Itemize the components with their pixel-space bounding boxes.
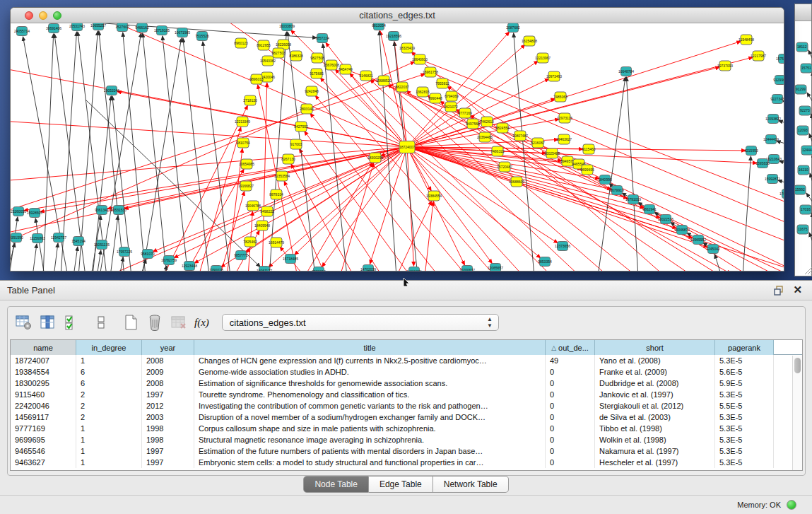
table-cell[interactable]: Nakamura et al. (1997) [595, 445, 715, 457]
table-cell[interactable]: 5.3E-5 [715, 457, 774, 468]
table-cell[interactable]: 1 [76, 445, 142, 457]
select-all-rows-button[interactable] [61, 313, 81, 332]
column-header-name[interactable]: name [11, 340, 76, 355]
citation-edge-black[interactable] [119, 257, 123, 271]
show-columns-button[interactable] [37, 313, 57, 332]
table-settings-button[interactable] [13, 313, 33, 332]
citation-edge-black[interactable] [143, 33, 167, 271]
column-header-year[interactable]: year [142, 340, 194, 355]
table-cell[interactable]: 6 [76, 378, 142, 389]
table-row[interactable]: 977716911998Corpus callosum shape and si… [11, 423, 802, 434]
table-cell[interactable]: 18724007 [11, 355, 76, 366]
citation-edge-black[interactable] [112, 96, 131, 271]
citation-edge-red[interactable] [407, 147, 746, 151]
table-cell[interactable]: Hescheler et al. (1997) [595, 457, 715, 468]
table-cell[interactable]: 1 [76, 434, 142, 445]
table-cell[interactable]: 2003 [142, 411, 194, 423]
table-cell[interactable]: 1 [76, 355, 142, 366]
column-header-in_degree[interactable]: in_degree [76, 340, 142, 355]
citation-edge-red[interactable] [407, 147, 660, 218]
table-cell[interactable]: 6 [76, 366, 142, 378]
table-cell[interactable]: Embryonic stem cells: a model to study s… [194, 457, 546, 468]
table-cell[interactable]: 2 [76, 400, 142, 411]
citation-edge-red[interactable] [407, 147, 541, 258]
table-cell[interactable]: de Silva et al. (2003) [595, 411, 715, 423]
citation-edge-red[interactable] [320, 78, 495, 271]
new-table-button[interactable] [121, 313, 141, 332]
table-cell[interactable]: 5.3E-5 [715, 423, 774, 434]
column-header-title[interactable]: title [194, 340, 546, 355]
table-select-dropdown[interactable]: citations_edges.txt ▲▼ [222, 314, 499, 331]
table-cell[interactable]: 9699695 [11, 434, 76, 445]
citation-edge-black[interactable] [99, 31, 124, 271]
tab-node-table[interactable]: Node Table [303, 476, 369, 493]
deselect-all-rows-button[interactable] [91, 313, 111, 332]
memory-status-indicator[interactable] [787, 500, 796, 510]
table-cell[interactable]: 19384554 [11, 366, 76, 378]
citation-edge-black[interactable] [777, 141, 784, 152]
table-cell[interactable]: Franke et al. (2009) [595, 366, 715, 378]
citation-edge-black[interactable] [142, 38, 182, 271]
table-cell[interactable]: 0 [546, 400, 595, 411]
background-network-window[interactable]: 1811215751912999227312093124441621015992… [794, 4, 812, 276]
table-cell[interactable]: 1997 [142, 445, 194, 457]
table-cell[interactable]: Dudbridge et al. (2008) [595, 378, 715, 389]
table-row[interactable]: 1938455462009Genome-wide association stu… [11, 366, 802, 378]
table-cell[interactable]: 0 [546, 445, 595, 457]
function-builder-button[interactable]: f(x) [194, 317, 209, 329]
table-cell[interactable]: 2008 [142, 378, 194, 389]
citation-edge-black[interactable] [626, 77, 638, 271]
table-row[interactable]: 1830029562008Estimation of significance … [11, 378, 802, 389]
citation-edge-black[interactable] [110, 216, 118, 271]
citation-edge-red[interactable] [407, 147, 492, 264]
citation-edge-black[interactable] [163, 36, 188, 271]
table-row[interactable]: 1872400712008Changes of HCN gene express… [11, 355, 802, 366]
column-header-out_de[interactable]: △out_de... [546, 340, 595, 355]
table-cell[interactable]: Changes of HCN gene expression and I(f) … [194, 355, 546, 366]
citation-edge-black[interactable] [288, 32, 315, 271]
citation-edge-red[interactable] [269, 147, 407, 267]
citation-edge-black[interactable] [598, 77, 625, 271]
tab-edge-table[interactable]: Edge Table [369, 476, 433, 493]
citation-edge-black[interactable] [782, 101, 784, 112]
table-cell[interactable]: 1997 [142, 457, 194, 468]
table-row[interactable]: 969969511998Structural magnetic resonanc… [11, 434, 802, 445]
citation-edge-black[interactable] [86, 100, 260, 267]
window-titlebar[interactable]: citations_edges.txt [11, 8, 784, 23]
table-cell[interactable]: 2 [76, 389, 142, 400]
table-cell[interactable]: Tourette syndrome. Phenomenology and cla… [194, 389, 546, 400]
table-cell[interactable]: 5.6E-5 [715, 366, 774, 378]
table-cell[interactable]: Tibbo et al. (1998) [595, 423, 715, 434]
table-cell[interactable]: 1997 [142, 389, 194, 400]
citation-edge-red[interactable] [11, 62, 415, 245]
citation-edge-black[interactable] [123, 33, 146, 271]
table-cell[interactable]: 0 [546, 434, 595, 445]
table-cell[interactable]: 9465546 [11, 445, 76, 457]
network-view-window[interactable]: citations_edges.txt 24055714306914062053… [10, 7, 784, 271]
table-cell[interactable]: Estimation of significance thresholds fo… [194, 378, 546, 389]
table-cell[interactable]: 0 [546, 423, 595, 434]
citation-edge-red[interactable] [310, 113, 439, 271]
table-cell[interactable]: Jankovic et al. (1997) [595, 389, 715, 400]
table-cell[interactable]: Estimation of the future numbers of pati… [194, 445, 546, 457]
table-cell[interactable]: Investigating the contribution of common… [194, 400, 546, 411]
table-cell[interactable]: Stergiakouli et al. (2012) [595, 400, 715, 411]
table-cell[interactable]: 2008 [142, 355, 194, 366]
table-cell[interactable]: 0 [546, 378, 595, 389]
table-cell[interactable]: 5.3E-5 [715, 445, 774, 457]
table-cell[interactable]: 2009 [142, 366, 194, 378]
table-cell[interactable]: 9115460 [11, 389, 76, 400]
table-cell[interactable]: 49 [546, 355, 595, 366]
table-cell[interactable]: 0 [546, 457, 595, 468]
table-cell[interactable]: Wolkin et al. (1998) [595, 434, 715, 445]
vertical-scrollbar[interactable] [792, 356, 802, 470]
table-cell[interactable]: Genome-wide association studies in ADHD. [194, 366, 546, 378]
table-row[interactable]: 1456911722003Disruption of a novel membe… [11, 411, 802, 423]
table-cell[interactable]: 0 [546, 389, 595, 400]
table-cell[interactable]: 5.9E-5 [715, 378, 774, 389]
table-row[interactable]: 911546021997Tourette syndrome. Phenomeno… [11, 389, 802, 400]
table-cell[interactable]: 5.5E-5 [715, 400, 774, 411]
column-header-pagerank[interactable]: pagerank [715, 340, 774, 355]
table-cell[interactable]: 5.3E-5 [715, 411, 774, 423]
table-cell[interactable]: 5.3E-5 [715, 389, 774, 400]
